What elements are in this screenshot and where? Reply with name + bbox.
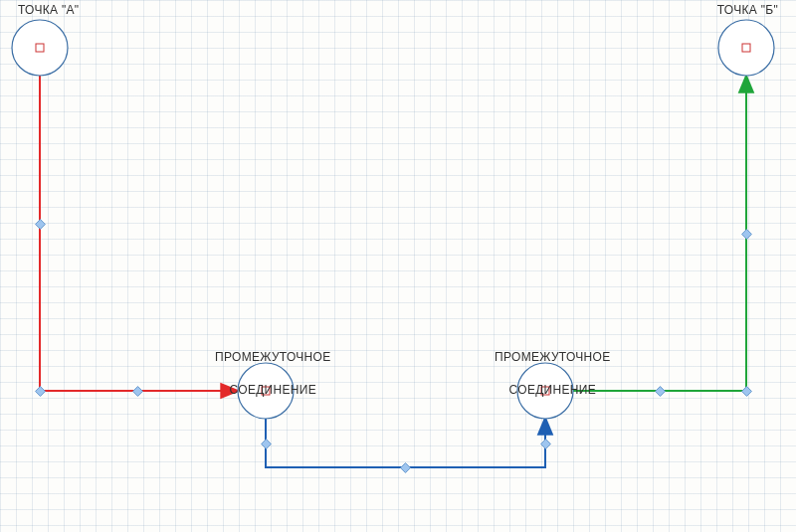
label-intermediate-2: ПРОМЕЖУТОЧНОЕ СОЕДИНЕНИЕ	[481, 333, 611, 414]
label-line: ПРОМЕЖУТОЧНОЕ	[215, 350, 330, 364]
diagram-canvas: ТОЧКА "А" ТОЧКА "Б" ПРОМЕЖУТОЧНОЕ СОЕДИН…	[0, 0, 796, 532]
handle-icon[interactable]	[36, 387, 46, 397]
label-line: ПРОМЕЖУТОЧНОЕ	[495, 350, 610, 364]
label-line: СОЕДИНЕНИЕ	[509, 383, 596, 397]
diagram-svg	[0, 0, 796, 532]
handle-icon[interactable]	[401, 463, 411, 473]
svg-rect-1	[36, 44, 44, 52]
handle-icon[interactable]	[742, 230, 752, 240]
handle-icon[interactable]	[36, 220, 46, 230]
svg-rect-3	[742, 44, 750, 52]
handle-icon[interactable]	[133, 387, 143, 397]
label-point-a: ТОЧКА "А"	[18, 2, 79, 18]
handle-icon[interactable]	[656, 387, 666, 397]
handle-icon[interactable]	[541, 440, 551, 449]
label-intermediate-1: ПРОМЕЖУТОЧНОЕ СОЕДИНЕНИЕ	[201, 333, 331, 414]
label-point-b: ТОЧКА "Б"	[717, 2, 778, 18]
label-line: СОЕДИНЕНИЕ	[230, 383, 316, 397]
node-point-b[interactable]	[718, 20, 774, 76]
node-point-a[interactable]	[12, 20, 68, 76]
handle-icon[interactable]	[742, 387, 752, 397]
handle-icon[interactable]	[262, 440, 272, 449]
connector-inter1-to-inter2[interactable]	[262, 419, 551, 472]
